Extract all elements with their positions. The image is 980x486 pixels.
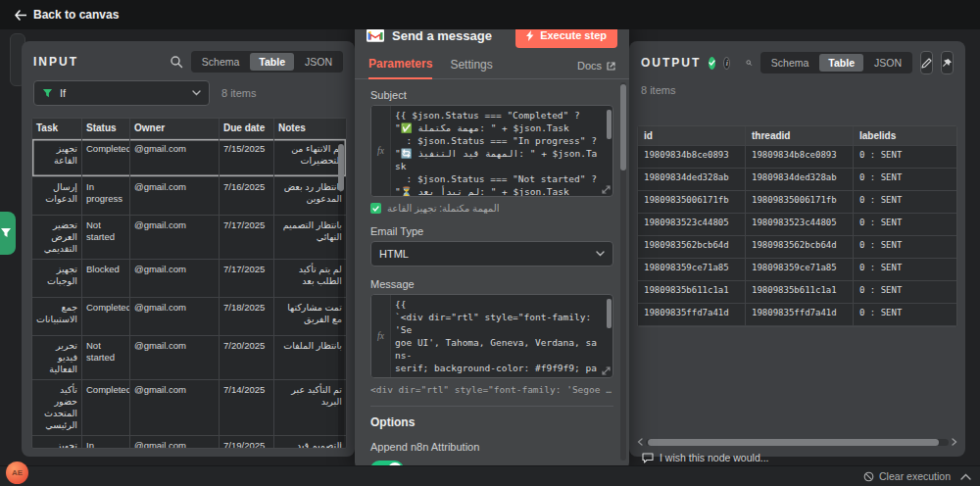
input-source-select[interactable]: If <box>33 80 210 106</box>
table-row[interactable]: 1980983523c44805 1980983523c44805 0 : SE… <box>638 214 956 236</box>
owner-cell: @gmail.com <box>130 139 220 176</box>
status-cell: In progress <box>82 177 130 215</box>
status-cell: Blocked <box>82 260 130 297</box>
back-to-canvas-button[interactable]: Back to canvas <box>14 8 119 22</box>
owner-cell: @gmail.com <box>130 260 220 297</box>
message-preview-text: <div dir="rtl" style="font-family: 'Sego… <box>370 384 613 395</box>
pencil-icon <box>921 58 932 69</box>
hscroll-thumb[interactable] <box>648 439 939 446</box>
pin-data-button[interactable] <box>941 51 954 74</box>
status-cell: Not started <box>82 216 130 259</box>
output-tab-table[interactable]: Table <box>819 54 863 72</box>
id-cell: 19809835006171fb <box>638 191 746 213</box>
table-row[interactable]: تجهيز الوجبات Blocked @gmail.com 7/17/20… <box>32 260 346 298</box>
table-row[interactable]: 19809835b611c1a1 19809835b611c1a1 0 : SE… <box>638 281 956 304</box>
table-row[interactable]: تجهيز الشهادات In progress @gmail.com 7/… <box>32 436 346 449</box>
chevron-down-icon <box>192 90 201 96</box>
due-date-cell: 7/19/2025 <box>220 436 274 449</box>
execute-step-label: Execute step <box>540 29 607 41</box>
back-arrow-icon <box>14 10 26 21</box>
filter-icon <box>0 227 12 239</box>
success-check-icon <box>709 57 715 70</box>
table-row[interactable]: تحضير العرض التقديمي Not started @gmail.… <box>32 216 346 260</box>
info-icon[interactable]: i <box>723 57 730 70</box>
scroll-right-icon[interactable] <box>952 438 957 446</box>
clear-execution-button[interactable]: Clear execution <box>863 470 951 482</box>
output-tab-json[interactable]: JSON <box>865 54 910 72</box>
table-row[interactable]: 19809835006171fb 19809835006171fb 0 : SE… <box>638 191 956 214</box>
table-row[interactable]: 19809834ded328ab 19809834ded328ab 0 : SE… <box>638 169 956 191</box>
scroll-left-icon[interactable] <box>637 438 643 446</box>
node-title: Send a message <box>392 28 508 43</box>
search-icon[interactable] <box>170 55 183 69</box>
input-panel-header: INPUT Schema Table JSON <box>22 41 355 80</box>
input-source-row: If 8 items <box>22 80 355 106</box>
input-tab-json[interactable]: JSON <box>296 53 341 71</box>
task-cell: إرسال الدعوات <box>32 177 82 215</box>
notes-cell: بانتظار رد بعض المدعوين <box>274 177 346 215</box>
due-date-cell: 7/17/2025 <box>220 260 274 297</box>
table-row[interactable]: تجهيز القاعة Completed @gmail.com 7/15/2… <box>32 139 346 177</box>
input-view-switch: Schema Table JSON <box>191 51 343 73</box>
expand-editor-icon[interactable] <box>602 185 611 194</box>
message-preview: <div dir="rtl" style="font-family: 'Sego… <box>370 384 613 395</box>
input-tab-schema[interactable]: Schema <box>193 53 249 71</box>
labelids-cell: 0 : SENT <box>854 236 956 258</box>
node-detail-panel: Send a message Execute step Parameters S… <box>355 18 629 470</box>
table-row[interactable]: 1980983562bcb64d 1980983562bcb64d 0 : SE… <box>638 236 956 259</box>
labelids-cell: 0 : SENT <box>854 214 956 235</box>
subject-editor-scrollbar[interactable] <box>607 108 612 182</box>
lightning-icon <box>526 30 534 41</box>
table-row[interactable]: تحرير فيديو الفعالية Not started @gmail.… <box>32 336 346 380</box>
node-panel-scrollbar[interactable] <box>620 82 626 461</box>
docs-link[interactable]: Docs <box>577 60 615 78</box>
expression-gutter: fx <box>371 106 391 196</box>
id-cell: 19809834ded328ab <box>638 169 746 190</box>
node-feedback-link[interactable]: I wish this node would... <box>642 452 768 463</box>
input-table-scrollbar[interactable] <box>338 142 344 444</box>
column-header: Notes <box>274 119 346 138</box>
search-icon[interactable] <box>746 56 752 70</box>
output-table-hscrollbar[interactable] <box>637 437 957 447</box>
tab-settings[interactable]: Settings <box>450 58 492 78</box>
status-cell: Not started <box>82 336 130 379</box>
output-tab-schema[interactable]: Schema <box>762 54 818 72</box>
labelids-cell: 0 : SENT <box>854 191 956 213</box>
input-tab-table[interactable]: Table <box>250 53 294 71</box>
avatar-initials: AE <box>12 468 23 477</box>
fx-badge: fx <box>377 331 384 341</box>
external-link-icon <box>607 62 615 71</box>
table-row[interactable]: 19809834b8ce0893 19809834b8ce0893 0 : SE… <box>638 146 956 169</box>
id-cell: 19809834b8ce0893 <box>638 146 746 168</box>
if-node-on-canvas[interactable] <box>0 212 16 255</box>
clear-label: Clear execution <box>879 470 951 482</box>
due-date-cell: 7/20/2025 <box>220 336 274 379</box>
edit-output-button[interactable] <box>920 51 933 74</box>
email-type-value: HTML <box>379 248 409 260</box>
column-header: Task <box>32 119 82 138</box>
email-type-select[interactable]: HTML <box>370 241 613 267</box>
collapse-chevron-icon[interactable] <box>960 473 971 480</box>
message-editor-scrollbar[interactable] <box>607 297 612 364</box>
email-type-label: Email Type <box>370 225 613 237</box>
task-cell: تجهيز الشهادات <box>32 436 82 449</box>
table-row[interactable]: إرسال الدعوات In progress @gmail.com 7/1… <box>32 177 346 216</box>
table-row[interactable]: 19809835ffd7a41d 19809835ffd7a41d 0 : SE… <box>638 304 956 326</box>
table-row[interactable]: جمع الاستبيانات Completed @gmail.com 7/1… <box>32 298 346 336</box>
user-avatar[interactable]: AE <box>6 462 28 484</box>
threadid-cell: 19809834ded328ab <box>746 169 854 190</box>
table-row[interactable]: 198098359ce71a85 198098359ce71a85 0 : SE… <box>638 259 956 281</box>
threadid-cell: 19809835ffd7a41d <box>746 304 854 325</box>
expand-editor-icon[interactable] <box>602 366 611 375</box>
message-expression-editor[interactable]: fx {{`<div dir="rtl" style="font-family:… <box>370 294 613 378</box>
output-table-body: 19809834b8ce0893 19809834b8ce0893 0 : SE… <box>638 146 956 326</box>
subject-expression-editor[interactable]: fx {{ $json.Status === "Completed" ? "✅ … <box>370 105 613 197</box>
task-cell: تأكيد حضور المتحدث الرئيسي <box>32 380 82 435</box>
bottom-bar <box>0 465 980 486</box>
code-line: `<div dir="rtl" style="font-family: 'Se <box>395 311 601 336</box>
gmail-icon <box>367 28 384 42</box>
tab-parameters[interactable]: Parameters <box>368 57 432 79</box>
back-label: Back to canvas <box>33 8 119 22</box>
table-row[interactable]: تأكيد حضور المتحدث الرئيسي Completed @gm… <box>32 380 346 436</box>
output-title: OUTPUT <box>641 56 701 70</box>
